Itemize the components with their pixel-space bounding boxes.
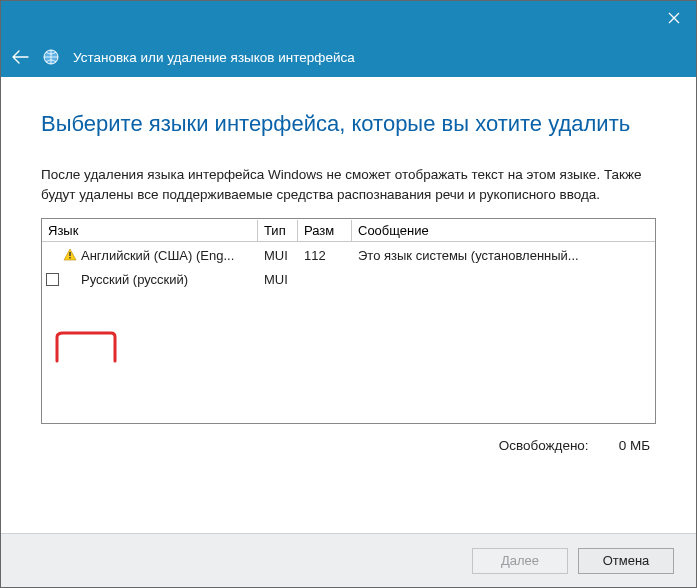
col-language[interactable]: Язык (42, 220, 258, 242)
next-button: Далее (472, 548, 568, 574)
freed-space-row: Освобождено: 0 МБ (41, 424, 656, 453)
titlebar (1, 1, 696, 37)
checkbox-placeholder (46, 249, 59, 262)
col-type[interactable]: Тип (258, 220, 298, 242)
page-title: Выберите языки интерфейса, которые вы хо… (41, 111, 656, 137)
col-message[interactable]: Сообщение (352, 220, 655, 242)
svg-rect-2 (69, 257, 70, 259)
lang-message (352, 277, 655, 281)
globe-icon (41, 47, 61, 67)
lang-message: Это язык системы (установленный... (352, 246, 655, 265)
close-icon[interactable] (664, 7, 684, 31)
header-bar: Установка или удаление языков интерфейса (1, 37, 696, 77)
back-arrow-icon[interactable] (11, 50, 29, 64)
lang-name: Русский (русский) (81, 272, 188, 287)
page-description: После удаления языка интерфейса Windows … (41, 165, 656, 204)
footer: Далее Отмена (1, 533, 696, 587)
freed-label: Освобождено: (499, 438, 589, 453)
lang-size (298, 277, 352, 281)
checkbox[interactable] (46, 273, 59, 286)
col-size[interactable]: Разм (298, 220, 352, 242)
cancel-button[interactable]: Отмена (578, 548, 674, 574)
lang-size: 112 (298, 246, 352, 265)
lang-type: MUI (258, 246, 298, 265)
list-row[interactable]: Русский (русский) MUI (42, 267, 655, 291)
list-header: Язык Тип Разм Сообщение (42, 219, 655, 243)
lang-type: MUI (258, 270, 298, 289)
language-list: Язык Тип Разм Сообщение Английский (СШ (41, 218, 656, 424)
list-row[interactable]: Английский (США) (Eng... MUI 112 Это язы… (42, 243, 655, 267)
warning-icon (63, 248, 77, 262)
lang-name: Английский (США) (Eng... (81, 248, 234, 263)
freed-value: 0 МБ (619, 438, 650, 453)
svg-rect-1 (69, 252, 70, 256)
header-title: Установка или удаление языков интерфейса (73, 50, 355, 65)
